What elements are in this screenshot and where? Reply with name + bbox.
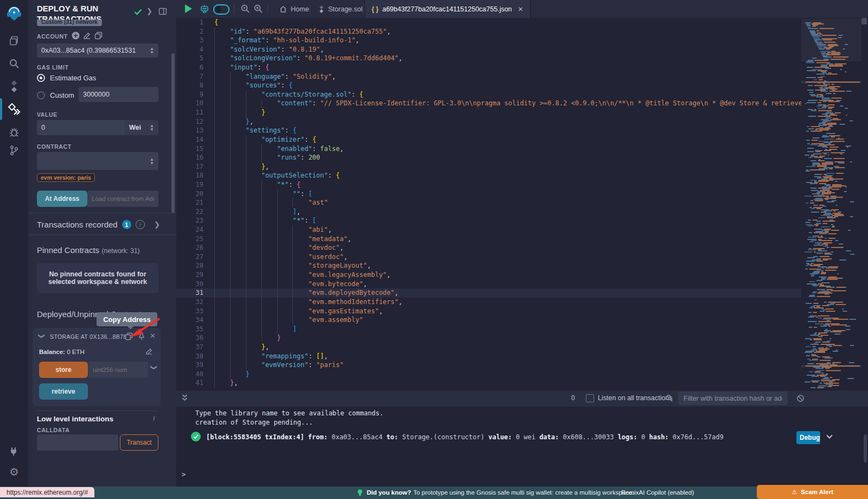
terminal-search-icon[interactable] (665, 394, 673, 405)
pin-panel-icon[interactable] (158, 7, 167, 18)
collapse-terminal-icon[interactable] (181, 393, 188, 405)
code-line[interactable]: 39"evmVersion": "paris" (176, 361, 801, 370)
tx-log-line[interactable]: [block:5583405 txIndex:4] from: 0xa03...… (206, 433, 724, 441)
close-tab-icon[interactable]: ✕ (518, 5, 524, 13)
terminal-prompt[interactable]: > (182, 471, 186, 478)
info-icon[interactable]: i (136, 220, 145, 229)
listen-checkbox[interactable] (586, 394, 594, 402)
expand-args-icon[interactable]: ❯ (150, 365, 158, 370)
run-script-icon[interactable] (185, 4, 192, 13)
deploy-run-icon[interactable] (0, 100, 28, 118)
tab-home[interactable]: Home (273, 0, 315, 18)
expand-transactions-icon[interactable]: ❯ (154, 220, 160, 229)
at-address-input[interactable] (87, 191, 158, 207)
code-line[interactable]: 6"input": { (176, 63, 801, 72)
code-line[interactable]: 13"settings": { (176, 126, 801, 135)
clear-console-icon[interactable] (796, 394, 805, 405)
code-line[interactable]: 10"content": "// SPDX-License-Identifier… (176, 99, 801, 108)
panel-scrollbar[interactable] (171, 53, 175, 213)
code-line[interactable]: 32"evm.methodIdentifiers", (176, 298, 801, 307)
plugin-manager-icon[interactable] (0, 442, 28, 460)
radio-unselected-icon[interactable] (37, 91, 45, 99)
code-line[interactable]: 9"contracts/Storage.sol": { (176, 90, 801, 99)
code-line[interactable]: 4"solcVersion": "0.8.19", (176, 45, 801, 54)
code-line[interactable]: 22], (176, 207, 801, 217)
gas-custom-option[interactable]: Custom (37, 91, 74, 99)
code-line[interactable]: 36} (176, 333, 801, 343)
code-line[interactable]: 25"metadata", (176, 235, 801, 244)
code-line[interactable]: 2"id": "a69b43f277ba20fcac141151250ca755… (176, 27, 801, 36)
at-address-button[interactable]: At Address (37, 191, 87, 207)
contract-select[interactable]: ▲▼ (37, 152, 158, 170)
debugger-icon[interactable] (0, 123, 28, 141)
store-function-button[interactable]: store (39, 362, 88, 378)
editor-minimap[interactable] (801, 18, 861, 390)
gas-estimated-option[interactable]: Estimated Gas (37, 74, 96, 82)
code-line[interactable]: 24"abi", (176, 225, 801, 235)
code-line[interactable]: 23"*": [ (176, 216, 801, 225)
tx-filter-input[interactable] (678, 391, 788, 405)
transact-button[interactable]: Transact (120, 434, 158, 451)
copy-account-icon[interactable] (94, 31, 103, 42)
code-line[interactable]: 35] (176, 325, 801, 334)
code-line[interactable]: 14"optimizer": { (176, 135, 801, 144)
add-account-icon[interactable] (72, 31, 80, 42)
expand-tx-icon[interactable] (825, 432, 834, 443)
value-unit-select[interactable]: Wei ▲▼ (125, 120, 158, 135)
copilot-toggle[interactable] (213, 4, 229, 15)
code-line[interactable]: 1{ (176, 18, 801, 27)
code-editor[interactable]: 1{2"id": "a69b43f277ba20fcac141151250ca7… (176, 18, 801, 390)
code-line[interactable]: 5"solcLongVersion": "0.8.19+commit.7dd6d… (176, 54, 801, 63)
value-input[interactable]: 0 (37, 120, 125, 135)
code-line[interactable]: 28"storageLayout", (176, 261, 801, 270)
code-line[interactable]: 34"evm.assembly" (176, 315, 801, 325)
store-arg-input[interactable] (88, 362, 148, 378)
code-line[interactable]: 31"evm.deployedBytecode", (176, 288, 801, 298)
solidity-compiler-icon[interactable] (0, 77, 28, 96)
code-line[interactable]: 8"sources": { (176, 81, 801, 90)
copilot-status[interactable]: RemixAI Copilot (enabled) (621, 489, 694, 496)
code-line[interactable]: 37}, (176, 343, 801, 352)
code-line[interactable]: 29"evm.legacyAssembly", (176, 270, 801, 280)
code-line[interactable]: 27"userdoc", (176, 252, 801, 262)
code-line[interactable]: 38"remappings": [], (176, 352, 801, 361)
code-line[interactable]: 21"ast" (176, 198, 801, 207)
retrieve-function-button[interactable]: retrieve (39, 383, 88, 400)
code-line[interactable]: 20"": [ (176, 190, 801, 199)
radio-selected-icon[interactable] (37, 74, 45, 82)
zoom-out-icon[interactable] (240, 4, 250, 16)
terminal-scrollbar[interactable] (864, 434, 867, 463)
chevron-down-icon[interactable]: ❯ (38, 333, 46, 339)
scam-alert-button[interactable]: ⚠ Scam Alert (757, 485, 868, 499)
contract-instance-title[interactable]: STORAGE AT 0X136...8B78 (50, 333, 127, 340)
code-line[interactable]: 18"outputSelection": { (176, 171, 801, 180)
edit-balance-icon[interactable] (145, 348, 153, 357)
code-line[interactable]: 15"enabled": false, (176, 144, 801, 154)
edit-account-icon[interactable] (83, 31, 91, 42)
code-line[interactable]: 7"language": "Solidity", (176, 72, 801, 81)
code-line[interactable]: 26"devdoc", (176, 243, 801, 252)
remix-logo[interactable] (0, 3, 28, 24)
code-line[interactable]: 33"evm.gasEstimates", (176, 307, 801, 316)
git-icon[interactable] (0, 141, 28, 160)
tab-json-active[interactable]: { } a69b43f277ba20fcac141151250ca755.jso… (365, 0, 531, 18)
gas-custom-input[interactable]: 3000000 (79, 87, 158, 102)
code-line[interactable]: 16"runs": 200 (176, 153, 801, 162)
code-line[interactable]: 41}, (176, 378, 801, 388)
tab-storage-sol[interactable]: Storage.sol (312, 0, 369, 18)
code-line[interactable]: 11} (176, 108, 801, 117)
lowlevel-info-icon[interactable]: i (153, 414, 155, 422)
terminal[interactable]: Type the library name to see available c… (176, 407, 868, 487)
account-select[interactable]: 0xA03...85ac4 (0.39866531531 ▲▼ (37, 43, 158, 58)
zoom-in-icon[interactable] (253, 4, 263, 16)
code-line[interactable]: 17}, (176, 162, 801, 172)
code-line[interactable]: 30"evm.bytecode", (176, 280, 801, 289)
editor-scrollbar-thumb[interactable] (861, 18, 867, 24)
settings-gear-icon[interactable]: ⚙ (0, 463, 28, 481)
debug-button[interactable]: Debug (796, 431, 820, 444)
search-icon[interactable] (0, 54, 28, 73)
code-line[interactable]: 3"_format": "hh-sol-build-info-1", (176, 36, 801, 45)
transactions-recorded-row[interactable]: Transactions recorded 1 i (37, 220, 145, 229)
code-line[interactable]: 40} (176, 370, 801, 379)
calldata-input[interactable] (37, 434, 118, 451)
